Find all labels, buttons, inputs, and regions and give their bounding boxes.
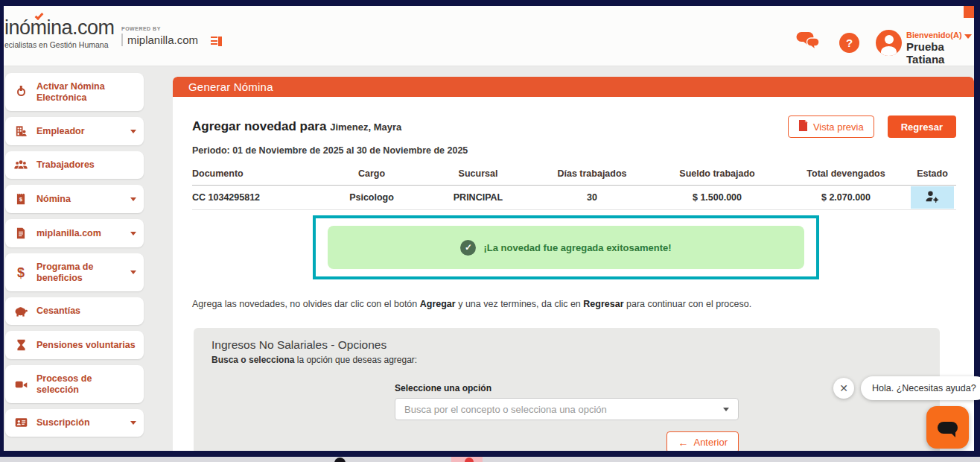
user-menu-chevron-down-icon[interactable] bbox=[964, 34, 972, 39]
sidebar-item-empleador[interactable]: Empleador bbox=[5, 117, 144, 145]
concept-select[interactable]: Busca por el concepto o selecciona una o… bbox=[395, 398, 739, 420]
chevron-down-icon bbox=[130, 270, 136, 274]
logo-tagline: ecialistas en Gestión Humana bbox=[4, 40, 115, 49]
success-alert: ¡La novedad fue agregada exitosamente! bbox=[328, 226, 804, 269]
cell-dias-trabajados: 30 bbox=[533, 186, 651, 210]
taskbar-icon bbox=[451, 457, 483, 462]
col-total-devengados: Total devengados bbox=[783, 165, 909, 186]
window-frame-bottom bbox=[0, 451, 980, 457]
check-icon bbox=[460, 240, 476, 256]
pdf-icon bbox=[798, 120, 808, 133]
sidebar-item-pensiones-voluntarias[interactable]: Pensiones voluntarias bbox=[5, 331, 144, 359]
chat-close-button[interactable] bbox=[833, 378, 854, 399]
employee-table: Documento Cargo Sucursal Días trabajados… bbox=[192, 165, 956, 210]
col-estado: Estado bbox=[909, 165, 956, 186]
window-frame-left bbox=[0, 0, 4, 457]
sidebar: Activar Nómina Electrónica Empleador Tra… bbox=[5, 73, 147, 443]
invoice-icon: $ bbox=[14, 193, 28, 205]
sidebar-item-procesos-de-seleccion[interactable]: Procesos de selección bbox=[5, 365, 144, 403]
sidebar-item-miplanilla[interactable]: miplanilla.com bbox=[5, 219, 144, 247]
help-icon[interactable] bbox=[839, 33, 859, 53]
top-header: inómina.com ecialistas en Gestión Humana… bbox=[4, 6, 974, 66]
powered-by-brand: miplanilla.com bbox=[121, 34, 198, 46]
user-name: Prueba Tatiana bbox=[906, 40, 974, 66]
chevron-down-icon bbox=[130, 197, 136, 201]
chevron-down-icon bbox=[130, 421, 136, 425]
sidebar-item-nomina[interactable]: $ Nómina bbox=[5, 185, 144, 213]
menu-list-icon bbox=[211, 37, 222, 46]
scrollbar-fragment bbox=[964, 6, 974, 18]
chevron-down-icon bbox=[130, 232, 136, 235]
select-placeholder: Busca por el concepto o selecciona una o… bbox=[404, 404, 723, 415]
sidebar-item-trabajadores[interactable]: Trabajadores bbox=[5, 151, 144, 179]
taskbar-strip bbox=[0, 457, 980, 462]
powered-by: POWERED BY miplanilla.com bbox=[121, 26, 198, 46]
messages-icon[interactable] bbox=[795, 31, 821, 52]
sidebar-item-activar-nomina-electronica[interactable]: Activar Nómina Electrónica bbox=[5, 73, 144, 111]
options-title: Ingresos No Salariales - Opciones bbox=[211, 338, 940, 352]
page-banner: Generar Nómina bbox=[173, 77, 974, 97]
col-sucursal: Sucursal bbox=[423, 165, 533, 186]
sidebar-item-cesantias[interactable]: Cesantías bbox=[5, 297, 144, 325]
main-panel: Generar Nómina Agregar novedad para Jime… bbox=[173, 77, 974, 451]
dollar-icon bbox=[14, 266, 28, 279]
vista-previa-button[interactable]: Vista previa bbox=[788, 116, 874, 138]
app-body: Activar Nómina Electrónica Empleador Tra… bbox=[4, 66, 974, 451]
cell-documento: CC 1034295812 bbox=[192, 186, 320, 210]
people-icon bbox=[14, 159, 28, 171]
cell-cargo: Psicologo bbox=[320, 186, 423, 210]
chevron-down-icon bbox=[130, 130, 136, 133]
powered-by-label: POWERED BY bbox=[121, 26, 198, 31]
col-dias-trabajados: Días trabajados bbox=[533, 165, 651, 186]
employee-name: Jimenez, Mayra bbox=[330, 121, 401, 133]
cell-sueldo-trabajado: $ 1.500.000 bbox=[651, 186, 783, 210]
success-highlight-box: ¡La novedad fue agregada exitosamente! bbox=[313, 215, 819, 279]
cell-sucursal: PRINCIPAL bbox=[423, 186, 533, 210]
chat-bubble-icon bbox=[938, 422, 958, 434]
manage-employee-button[interactable] bbox=[911, 186, 954, 209]
col-cargo: Cargo bbox=[320, 165, 423, 186]
anterior-button[interactable]: Anterior bbox=[666, 431, 739, 451]
chat-greeting[interactable]: Hola. ¿Necesitas ayuda? bbox=[861, 376, 980, 400]
col-documento: Documento bbox=[192, 165, 320, 186]
alert-message: ¡La novedad fue agregada exitosamente! bbox=[483, 242, 671, 253]
building-icon bbox=[14, 125, 28, 137]
logo-text: inómina.com bbox=[4, 16, 115, 39]
id-card-icon bbox=[14, 417, 28, 428]
regresar-button[interactable]: Regresar bbox=[888, 116, 956, 138]
hourglass-icon bbox=[14, 339, 28, 351]
options-subtitle: Busca o selecciona la opción que deseas … bbox=[211, 355, 940, 365]
instructions-text: Agrega las novedades, no olvides dar cli… bbox=[192, 299, 956, 309]
col-sueldo-trabajado: Sueldo trabajado bbox=[651, 165, 783, 186]
sidebar-item-programa-de-beneficios[interactable]: Programa de beneficios bbox=[5, 253, 144, 291]
cell-total-devengados: $ 2.070.000 bbox=[783, 186, 909, 210]
sidebar-item-suscripcion[interactable]: Suscripción bbox=[5, 409, 144, 437]
page-title: Agregar novedad para Jimenez, Mayra bbox=[192, 119, 401, 134]
table-header-row: Documento Cargo Sucursal Días trabajados… bbox=[192, 165, 956, 186]
select-label: Seleccione una opción bbox=[395, 383, 739, 393]
piggy-bank-icon bbox=[14, 306, 28, 317]
window-frame-top bbox=[0, 0, 980, 6]
chat-button[interactable] bbox=[926, 406, 969, 449]
arrow-left-icon bbox=[678, 437, 688, 449]
table-row: CC 1034295812 Psicologo PRINCIPAL 30 $ 1… bbox=[192, 186, 956, 210]
user-avatar[interactable] bbox=[876, 30, 902, 56]
options-panel: Ingresos No Salariales - Opciones Busca … bbox=[194, 328, 940, 451]
taskbar-icon bbox=[334, 458, 346, 462]
person-gear-icon bbox=[924, 190, 941, 205]
period-label: Periodo: 01 de Noviembre de 2025 al 30 d… bbox=[192, 145, 956, 156]
document-icon bbox=[14, 227, 28, 239]
video-camera-icon bbox=[14, 379, 28, 390]
svg-text:$: $ bbox=[19, 196, 22, 203]
logo[interactable]: inómina.com ecialistas en Gestión Humana bbox=[4, 16, 115, 49]
power-icon bbox=[14, 88, 28, 96]
select-chevron-down-icon bbox=[723, 408, 729, 411]
app-window: inómina.com ecialistas en Gestión Humana… bbox=[0, 0, 980, 462]
